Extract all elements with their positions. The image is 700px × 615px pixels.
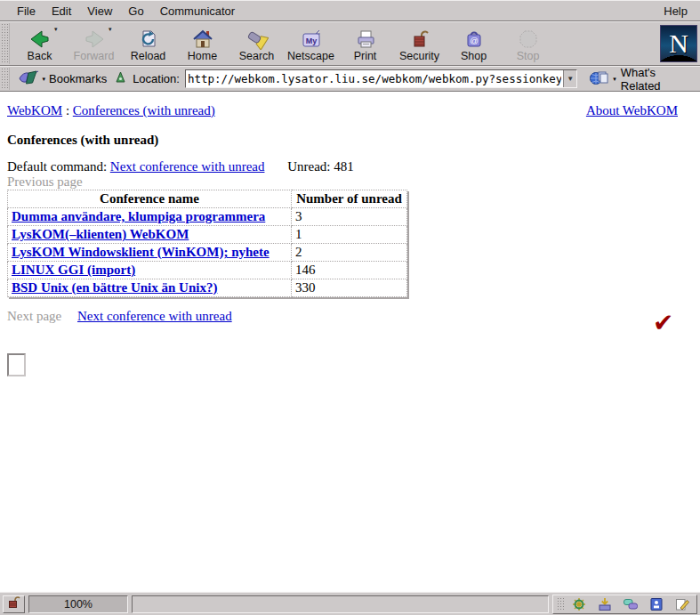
- breadcrumb-webkom-link[interactable]: WebKOM: [7, 103, 62, 117]
- back-dropdown-caret[interactable]: ▾: [54, 26, 58, 33]
- search-label: Search: [239, 50, 275, 62]
- next-conference-link-top[interactable]: Next conference with unread: [110, 159, 265, 174]
- my-netscape-button[interactable]: My Netscape: [284, 22, 338, 65]
- whats-related-label: What's Related: [621, 66, 694, 93]
- header-conference-name: Conference name: [8, 190, 292, 208]
- home-button[interactable]: Home: [175, 22, 229, 65]
- stop-button: Stop: [501, 22, 555, 65]
- composer-icon: [674, 597, 690, 611]
- back-button[interactable]: ▾ Back: [12, 22, 67, 65]
- url-field-wrap: ▼: [185, 69, 577, 88]
- conference-name-cell: LysKOM(–klienten) WebKOM: [8, 226, 292, 244]
- empty-image-placeholder: [7, 353, 26, 376]
- home-label: Home: [188, 50, 217, 62]
- menu-communicator[interactable]: Communicator: [152, 2, 244, 20]
- my-netscape-icon: My: [301, 25, 322, 50]
- breadcrumb: WebKOM : Conferences (with unread) About…: [7, 103, 678, 118]
- conference-table-body: Dumma användare, klumpiga programmera3Ly…: [8, 208, 407, 297]
- breadcrumb-current-link[interactable]: Conferences (with unread): [73, 103, 215, 117]
- back-label: Back: [28, 50, 52, 62]
- discussions-component-button[interactable]: [618, 596, 642, 612]
- address-book-component-button[interactable]: [644, 596, 668, 612]
- status-message-area: [132, 595, 549, 613]
- search-flashlight-icon: [245, 25, 269, 50]
- menu-view[interactable]: View: [79, 2, 120, 20]
- print-button[interactable]: Print: [338, 22, 392, 65]
- header-number-of-unread: Number of unread: [292, 190, 407, 208]
- security-button[interactable]: Security: [392, 22, 447, 65]
- menu-edit[interactable]: Edit: [44, 2, 79, 20]
- page-title: Conferences (with unread): [7, 133, 158, 148]
- breadcrumb-separator: :: [66, 103, 69, 117]
- conference-link[interactable]: Dumma användare, klumpiga programmera: [12, 209, 265, 223]
- bookmarks-dropdown-caret: ▾: [43, 76, 46, 83]
- location-bar: ▾ Bookmarks Location: ▼ ▾ What's Related: [0, 66, 700, 92]
- location-marker-icon[interactable]: [114, 70, 127, 87]
- page-content: WebKOM : Conferences (with unread) About…: [0, 92, 700, 592]
- reload-button[interactable]: Reload: [121, 22, 175, 65]
- unread-count-cell: 330: [292, 279, 407, 297]
- conference-link[interactable]: LysKOM Windowsklient (WinKOM); nyhete: [12, 245, 270, 259]
- stop-label: Stop: [517, 50, 540, 62]
- whats-related-caret: ▾: [613, 76, 616, 83]
- menu-help[interactable]: Help: [660, 2, 691, 20]
- conference-link[interactable]: LysKOM(–klienten) WebKOM: [12, 227, 189, 241]
- next-conference-link-bottom[interactable]: Next conference with unread: [77, 309, 232, 323]
- bookmarks-menu-button[interactable]: ▾ Bookmarks: [14, 69, 111, 90]
- shop-button[interactable]: @ Shop: [447, 22, 501, 65]
- back-arrow-icon: ▾: [28, 25, 52, 50]
- svg-text:@: @: [470, 36, 479, 45]
- netscape-label: Netscape: [287, 50, 334, 62]
- locationbar-collapse-grip[interactable]: [1, 68, 10, 90]
- next-page-label: Next page: [7, 309, 61, 323]
- unread-count-cell: 1: [292, 226, 407, 244]
- component-bar-grip[interactable]: [557, 597, 564, 611]
- shop-bag-icon: @: [463, 25, 485, 50]
- conference-name-cell: Dumma användare, klumpiga programmera: [8, 208, 292, 226]
- whats-related-globe-icon: [589, 70, 608, 88]
- zoom-level-text: 100%: [64, 598, 93, 611]
- forward-dropdown-caret: ▾: [109, 26, 112, 33]
- whats-related-button[interactable]: ▾ What's Related: [586, 64, 696, 94]
- about-webkom-link[interactable]: About WebKOM: [586, 103, 678, 118]
- navigator-wheel-icon: [571, 597, 587, 611]
- conference-link[interactable]: BSD Unix (en bättre Unix än Unix?): [12, 280, 217, 295]
- unread-count-cell: 2: [292, 244, 407, 262]
- location-label: Location:: [131, 72, 181, 85]
- toolbar-collapse-grip[interactable]: [1, 23, 10, 64]
- netscape-logo-letter: N: [669, 28, 688, 59]
- component-bar: [552, 595, 697, 614]
- menu-go[interactable]: Go: [120, 2, 151, 20]
- home-icon: [192, 25, 213, 50]
- url-input[interactable]: [186, 70, 563, 87]
- inbox-icon: [597, 597, 613, 611]
- url-history-dropdown[interactable]: ▼: [563, 70, 576, 87]
- bookmarks-label: Bookmarks: [49, 72, 107, 85]
- zoom-progress-indicator: 100%: [28, 595, 128, 613]
- composer-component-button[interactable]: [670, 596, 694, 612]
- toolbar-buttons: ▾ Back ▾ Forward Reload Home: [12, 22, 555, 65]
- mailbox-component-button[interactable]: [592, 596, 616, 612]
- unread-count-cell: 3: [292, 208, 407, 226]
- default-command-line: Default command: Next conference with un…: [7, 159, 354, 174]
- netscape-logo[interactable]: N: [660, 25, 697, 62]
- conference-name-cell: BSD Unix (en bättre Unix än Unix?): [8, 279, 292, 297]
- menu-file[interactable]: File: [9, 2, 44, 20]
- previous-page-label: Previous page: [7, 174, 83, 190]
- reload-icon: [138, 25, 159, 50]
- discussions-icon: [623, 597, 639, 611]
- table-row: Dumma användare, klumpiga programmera3: [8, 208, 407, 226]
- printer-icon: [355, 25, 376, 50]
- svg-text:My: My: [305, 36, 317, 45]
- menu-bar: File Edit View Go Communicator Help: [0, 0, 700, 21]
- security-status-button[interactable]: [3, 595, 25, 613]
- conference-link[interactable]: LINUX GGI (import): [12, 263, 135, 277]
- table-row: LysKOM(–klienten) WebKOM1: [8, 226, 407, 244]
- search-button[interactable]: Search: [229, 22, 284, 65]
- navigator-component-button[interactable]: [567, 596, 591, 612]
- red-checkmark-icon: ✔: [653, 308, 673, 337]
- print-label: Print: [354, 50, 377, 62]
- default-command-label: Default command:: [7, 159, 107, 174]
- address-book-icon: [648, 597, 664, 611]
- table-row: LysKOM Windowsklient (WinKOM); nyhete2: [8, 244, 407, 262]
